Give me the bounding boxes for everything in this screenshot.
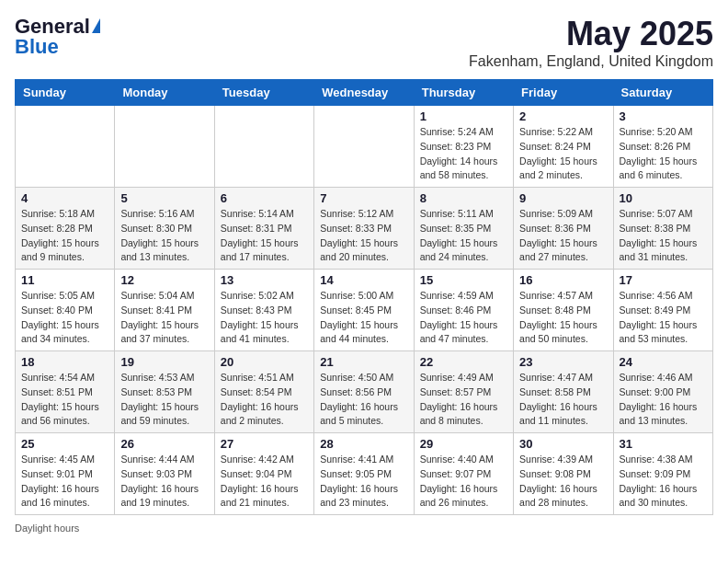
day-cell: 24Sunrise: 4:46 AM Sunset: 9:00 PM Dayli… bbox=[613, 351, 712, 433]
day-info: Sunrise: 4:53 AM Sunset: 8:53 PM Dayligh… bbox=[120, 371, 208, 429]
day-cell: 25Sunrise: 4:45 AM Sunset: 9:01 PM Dayli… bbox=[16, 433, 115, 515]
day-number: 30 bbox=[519, 437, 607, 451]
day-cell: 3Sunrise: 5:20 AM Sunset: 8:26 PM Daylig… bbox=[613, 106, 712, 188]
day-cell: 17Sunrise: 4:56 AM Sunset: 8:49 PM Dayli… bbox=[613, 270, 712, 351]
calendar-header-row: SundayMondayTuesdayWednesdayThursdayFrid… bbox=[16, 80, 713, 106]
day-info: Sunrise: 5:20 AM Sunset: 8:26 PM Dayligh… bbox=[620, 125, 707, 183]
day-cell bbox=[214, 106, 313, 188]
day-cell: 20Sunrise: 4:51 AM Sunset: 8:54 PM Dayli… bbox=[214, 351, 313, 433]
day-info: Sunrise: 5:11 AM Sunset: 8:35 PM Dayligh… bbox=[420, 207, 507, 265]
day-cell bbox=[115, 106, 214, 188]
day-info: Sunrise: 4:44 AM Sunset: 9:03 PM Dayligh… bbox=[120, 453, 208, 511]
day-cell: 31Sunrise: 4:38 AM Sunset: 9:09 PM Dayli… bbox=[613, 433, 712, 515]
day-number: 12 bbox=[120, 273, 208, 287]
day-cell: 18Sunrise: 4:54 AM Sunset: 8:51 PM Dayli… bbox=[16, 351, 115, 433]
day-cell bbox=[314, 106, 414, 188]
day-cell: 13Sunrise: 5:02 AM Sunset: 8:43 PM Dayli… bbox=[214, 270, 313, 351]
day-info: Sunrise: 5:16 AM Sunset: 8:30 PM Dayligh… bbox=[120, 207, 208, 265]
day-cell: 6Sunrise: 5:14 AM Sunset: 8:31 PM Daylig… bbox=[214, 188, 313, 270]
week-row-1: 1Sunrise: 5:24 AM Sunset: 8:23 PM Daylig… bbox=[16, 106, 713, 188]
header-sunday: Sunday bbox=[16, 80, 115, 106]
day-number: 4 bbox=[21, 191, 108, 205]
day-number: 14 bbox=[320, 273, 407, 287]
day-cell: 29Sunrise: 4:40 AM Sunset: 9:07 PM Dayli… bbox=[414, 433, 513, 515]
day-info: Sunrise: 4:42 AM Sunset: 9:04 PM Dayligh… bbox=[221, 453, 308, 511]
day-info: Sunrise: 4:49 AM Sunset: 8:57 PM Dayligh… bbox=[420, 371, 507, 429]
day-info: Sunrise: 5:09 AM Sunset: 8:36 PM Dayligh… bbox=[519, 207, 607, 265]
day-number: 17 bbox=[620, 273, 707, 287]
day-number: 26 bbox=[120, 437, 208, 451]
day-number: 27 bbox=[221, 437, 308, 451]
day-number: 25 bbox=[21, 437, 108, 451]
header-friday: Friday bbox=[514, 80, 613, 106]
day-number: 7 bbox=[320, 191, 407, 205]
day-number: 2 bbox=[519, 109, 607, 123]
page-header: General Blue May 2025 Fakenham, England,… bbox=[15, 15, 713, 70]
day-info: Sunrise: 4:51 AM Sunset: 8:54 PM Dayligh… bbox=[221, 371, 308, 429]
day-number: 23 bbox=[519, 355, 607, 369]
day-info: Sunrise: 5:24 AM Sunset: 8:23 PM Dayligh… bbox=[420, 125, 507, 183]
day-cell: 27Sunrise: 4:42 AM Sunset: 9:04 PM Dayli… bbox=[214, 433, 313, 515]
day-cell bbox=[16, 106, 115, 188]
day-number: 9 bbox=[519, 191, 607, 205]
day-cell: 15Sunrise: 4:59 AM Sunset: 8:46 PM Dayli… bbox=[414, 270, 513, 351]
day-info: Sunrise: 5:14 AM Sunset: 8:31 PM Dayligh… bbox=[221, 207, 308, 265]
day-cell: 1Sunrise: 5:24 AM Sunset: 8:23 PM Daylig… bbox=[414, 106, 513, 188]
day-cell: 7Sunrise: 5:12 AM Sunset: 8:33 PM Daylig… bbox=[314, 188, 414, 270]
day-number: 22 bbox=[420, 355, 507, 369]
day-cell: 4Sunrise: 5:18 AM Sunset: 8:28 PM Daylig… bbox=[16, 188, 115, 270]
day-number: 8 bbox=[420, 191, 507, 205]
day-number: 1 bbox=[420, 109, 507, 123]
header-saturday: Saturday bbox=[613, 80, 712, 106]
day-number: 24 bbox=[620, 355, 707, 369]
day-cell: 19Sunrise: 4:53 AM Sunset: 8:53 PM Dayli… bbox=[115, 351, 214, 433]
day-info: Sunrise: 5:07 AM Sunset: 8:38 PM Dayligh… bbox=[620, 207, 707, 265]
header-thursday: Thursday bbox=[414, 80, 513, 106]
day-info: Sunrise: 4:46 AM Sunset: 9:00 PM Dayligh… bbox=[620, 371, 707, 429]
day-number: 31 bbox=[620, 437, 707, 451]
day-info: Sunrise: 4:54 AM Sunset: 8:51 PM Dayligh… bbox=[21, 371, 108, 429]
day-info: Sunrise: 4:56 AM Sunset: 8:49 PM Dayligh… bbox=[620, 289, 707, 347]
day-cell: 14Sunrise: 5:00 AM Sunset: 8:45 PM Dayli… bbox=[314, 270, 414, 351]
month-title: May 2025 bbox=[469, 15, 713, 53]
day-number: 19 bbox=[120, 355, 208, 369]
day-info: Sunrise: 4:39 AM Sunset: 9:08 PM Dayligh… bbox=[519, 453, 607, 511]
day-info: Sunrise: 4:40 AM Sunset: 9:07 PM Dayligh… bbox=[420, 453, 507, 511]
day-cell: 23Sunrise: 4:47 AM Sunset: 8:58 PM Dayli… bbox=[514, 351, 613, 433]
day-number: 18 bbox=[21, 355, 108, 369]
day-cell: 28Sunrise: 4:41 AM Sunset: 9:05 PM Dayli… bbox=[314, 433, 414, 515]
location-title: Fakenham, England, United Kingdom bbox=[469, 53, 713, 70]
day-info: Sunrise: 4:50 AM Sunset: 8:56 PM Dayligh… bbox=[320, 371, 407, 429]
day-info: Sunrise: 5:12 AM Sunset: 8:33 PM Dayligh… bbox=[320, 207, 407, 265]
header-monday: Monday bbox=[115, 80, 214, 106]
day-cell: 2Sunrise: 5:22 AM Sunset: 8:24 PM Daylig… bbox=[514, 106, 613, 188]
day-info: Sunrise: 4:45 AM Sunset: 9:01 PM Dayligh… bbox=[21, 453, 108, 511]
day-number: 10 bbox=[620, 191, 707, 205]
day-number: 11 bbox=[21, 273, 108, 287]
logo-triangle-icon bbox=[92, 18, 100, 33]
day-number: 6 bbox=[221, 191, 308, 205]
day-info: Sunrise: 5:05 AM Sunset: 8:40 PM Dayligh… bbox=[21, 289, 108, 347]
day-info: Sunrise: 5:02 AM Sunset: 8:43 PM Dayligh… bbox=[221, 289, 308, 347]
title-section: May 2025 Fakenham, England, United Kingd… bbox=[469, 15, 713, 70]
week-row-4: 18Sunrise: 4:54 AM Sunset: 8:51 PM Dayli… bbox=[16, 351, 713, 433]
day-number: 3 bbox=[620, 109, 707, 123]
week-row-2: 4Sunrise: 5:18 AM Sunset: 8:28 PM Daylig… bbox=[16, 188, 713, 270]
day-cell: 10Sunrise: 5:07 AM Sunset: 8:38 PM Dayli… bbox=[613, 188, 712, 270]
day-info: Sunrise: 4:41 AM Sunset: 9:05 PM Dayligh… bbox=[320, 453, 407, 511]
day-info: Sunrise: 5:22 AM Sunset: 8:24 PM Dayligh… bbox=[519, 125, 607, 183]
day-info: Sunrise: 5:18 AM Sunset: 8:28 PM Dayligh… bbox=[21, 207, 108, 265]
day-number: 20 bbox=[221, 355, 308, 369]
day-number: 13 bbox=[221, 273, 308, 287]
day-info: Sunrise: 5:04 AM Sunset: 8:41 PM Dayligh… bbox=[120, 289, 208, 347]
day-info: Sunrise: 4:59 AM Sunset: 8:46 PM Dayligh… bbox=[420, 289, 507, 347]
day-info: Sunrise: 4:47 AM Sunset: 8:58 PM Dayligh… bbox=[519, 371, 607, 429]
day-cell: 16Sunrise: 4:57 AM Sunset: 8:48 PM Dayli… bbox=[514, 270, 613, 351]
header-wednesday: Wednesday bbox=[314, 80, 414, 106]
day-number: 16 bbox=[519, 273, 607, 287]
day-cell: 11Sunrise: 5:05 AM Sunset: 8:40 PM Dayli… bbox=[16, 270, 115, 351]
day-cell: 22Sunrise: 4:49 AM Sunset: 8:57 PM Dayli… bbox=[414, 351, 513, 433]
day-info: Sunrise: 5:00 AM Sunset: 8:45 PM Dayligh… bbox=[320, 289, 407, 347]
day-cell: 21Sunrise: 4:50 AM Sunset: 8:56 PM Dayli… bbox=[314, 351, 414, 433]
day-cell: 9Sunrise: 5:09 AM Sunset: 8:36 PM Daylig… bbox=[514, 188, 613, 270]
